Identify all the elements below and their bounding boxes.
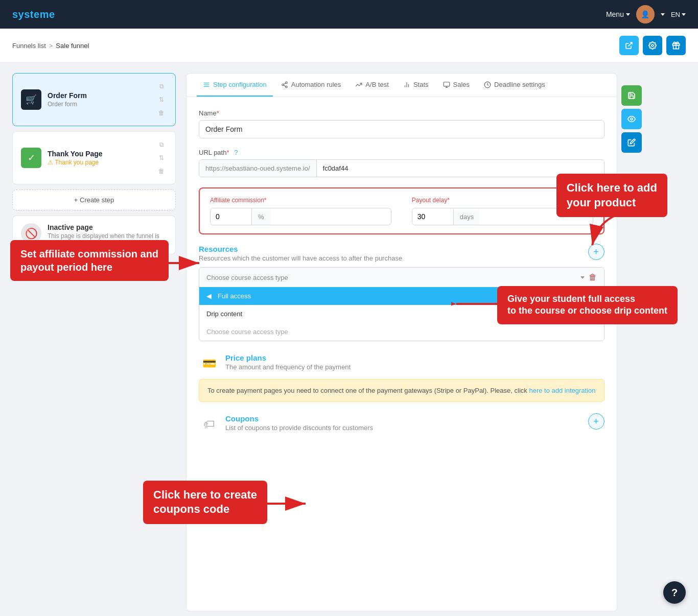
url-base: https://sebastiano-oued.systeme.io/: [199, 160, 317, 177]
commission-input-wrap: %: [210, 208, 391, 225]
coupons-add-button[interactable]: +: [588, 413, 604, 430]
svg-rect-15: [444, 82, 450, 86]
svg-point-8: [282, 84, 284, 86]
svg-point-7: [286, 82, 288, 84]
dropdown-delete-button[interactable]: 🗑: [589, 273, 597, 282]
breadcrumb-bar: Funnels list > Sale funnel: [0, 29, 698, 63]
name-label: Name*: [199, 109, 604, 117]
url-row: https://sebastiano-oued.systeme.io/ fc0d…: [199, 159, 604, 177]
breadcrumb-actions: [619, 36, 686, 55]
annotation-affiliate: Set affiliate commission and payout peri…: [10, 240, 169, 281]
coupons-title: Coupons: [225, 414, 373, 423]
name-input[interactable]: [199, 120, 604, 138]
sidebar-item-order-form[interactable]: 🛒 Order Form Order form ⧉ ⇅ 🗑: [12, 73, 176, 126]
funnel-info-thankyou: Thank You Page ⚠ Thank you page: [48, 150, 150, 166]
tab-deadline-settings[interactable]: Deadline settings: [478, 74, 551, 97]
annotation-product: Click here to add your product: [556, 174, 667, 217]
breadcrumb-separator: >: [49, 42, 53, 50]
add-integration-link[interactable]: here to add integration: [529, 387, 595, 394]
thank-you-actions: ⧉ ⇅ 🗑: [156, 139, 167, 177]
access-option-choose[interactable]: Choose course access type: [199, 323, 604, 341]
url-label: URL path* ?: [199, 149, 604, 156]
gift-button[interactable]: [666, 36, 686, 55]
url-help-icon[interactable]: ?: [234, 149, 238, 156]
funnel-item-actions: ⧉ ⇅ 🗑: [156, 81, 167, 119]
lang-selector[interactable]: EN: [671, 11, 686, 18]
sidebar-item-thank-you[interactable]: ✓ Thank You Page ⚠ Thank you page ⧉ ⇅ 🗑: [12, 131, 176, 184]
resources-header-row: Resources Resources which the customer w…: [199, 245, 604, 262]
content-panel: Step configuration Automation rules A/B …: [186, 73, 617, 611]
breadcrumb-current: Sale funnel: [56, 42, 89, 50]
price-plans-title: Price plans: [225, 353, 351, 362]
edit-button[interactable]: [621, 132, 642, 153]
copy-icon-2[interactable]: ⧉: [156, 139, 167, 150]
delete-icon[interactable]: 🗑: [156, 107, 167, 119]
settings-button[interactable]: [643, 36, 662, 55]
preview-button[interactable]: [621, 109, 642, 129]
delete-icon-2[interactable]: 🗑: [156, 165, 167, 177]
url-field-group: URL path* ? https://sebastiano-oued.syst…: [199, 149, 604, 177]
tab-step-configuration[interactable]: Step configuration: [197, 74, 273, 97]
tabs: Step configuration Automation rules A/B …: [187, 74, 617, 97]
tab-automation-rules[interactable]: Automation rules: [275, 74, 347, 97]
funnel-subtitle: Order form: [48, 101, 150, 108]
resources-header: Resources Resources which the customer w…: [199, 245, 402, 262]
coupons-arrow-icon: [262, 496, 313, 511]
resources-title: Resources: [199, 245, 402, 253]
header: systeme Menu 👤 EN: [0, 0, 698, 29]
product-arrow-icon: [587, 212, 628, 248]
avatar-chevron-icon: [661, 13, 665, 16]
side-action-buttons: [621, 73, 642, 611]
funnel-info: Order Form Order form: [48, 91, 150, 108]
inactive-title: Inactive page: [48, 223, 167, 231]
payout-unit: days: [453, 209, 480, 225]
price-plans-section: 💳 Price plans The amount and frequency o…: [199, 353, 604, 402]
dropdown-header[interactable]: Choose course access type 🗑: [199, 268, 604, 287]
tab-stats[interactable]: Stats: [397, 74, 435, 97]
menu-chevron-icon: [626, 13, 630, 16]
price-plans-icon: 💳: [199, 353, 219, 374]
logo: systeme: [12, 9, 55, 20]
create-step-button[interactable]: + Create step: [12, 189, 176, 210]
main-layout: 🛒 Order Form Order form ⧉ ⇅ 🗑 ✓ Thank Yo…: [0, 63, 698, 616]
save-button[interactable]: [621, 85, 642, 106]
payment-warning: To create payment pages you need to conn…: [199, 379, 604, 402]
sidebar: 🛒 Order Form Order form ⧉ ⇅ 🗑 ✓ Thank Yo…: [12, 73, 176, 611]
thank-you-title: Thank You Page: [48, 150, 150, 158]
name-field-group: Name*: [199, 109, 604, 138]
annotation-coupons: Click here to create coupons code: [143, 481, 267, 524]
svg-point-9: [286, 86, 288, 88]
content-body: Name* URL path* ? https://sebastiano-oue…: [187, 97, 617, 459]
check-icon: ✓: [21, 148, 41, 168]
commission-input[interactable]: [211, 208, 251, 225]
copy-icon[interactable]: ⧉: [156, 81, 167, 92]
annotation-access: Give your student full access to the cou…: [497, 286, 678, 324]
coupons-desc: List of coupons to provide discounts for…: [225, 424, 373, 432]
tab-ab-test[interactable]: A/B test: [349, 74, 395, 97]
commission-unit: %: [251, 209, 270, 225]
funnel-title: Order Form: [48, 91, 150, 100]
help-button[interactable]: ?: [663, 581, 686, 604]
svg-line-0: [629, 42, 632, 46]
thank-you-subtitle: ⚠ Thank you page: [48, 159, 150, 166]
svg-line-10: [284, 85, 286, 86]
payout-input[interactable]: [412, 208, 453, 225]
lang-chevron-icon: [682, 13, 686, 16]
affiliate-arrow-icon: [164, 255, 204, 271]
price-plans-desc: The amount and frequency of the payment: [225, 363, 351, 371]
breadcrumb: Funnels list > Sale funnel: [12, 42, 89, 50]
svg-point-19: [631, 118, 633, 120]
external-link-button[interactable]: [619, 36, 639, 55]
header-right: Menu 👤 EN: [606, 5, 686, 23]
menu-button[interactable]: Menu: [606, 10, 630, 18]
move-icon-2[interactable]: ⇅: [156, 152, 167, 163]
commission-row: Affiliate commission* % Payout delay*: [210, 197, 593, 225]
access-arrow-icon: [451, 296, 502, 312]
tab-sales[interactable]: Sales: [437, 74, 476, 97]
breadcrumb-funnels-link[interactable]: Funnels list: [12, 42, 46, 50]
resources-desc: Resources which the customer will have a…: [199, 254, 402, 262]
avatar[interactable]: 👤: [636, 5, 655, 23]
move-icon[interactable]: ⇅: [156, 94, 167, 105]
commission-label: Affiliate commission*: [210, 197, 391, 204]
dropdown-chevron-icon: [580, 276, 585, 279]
